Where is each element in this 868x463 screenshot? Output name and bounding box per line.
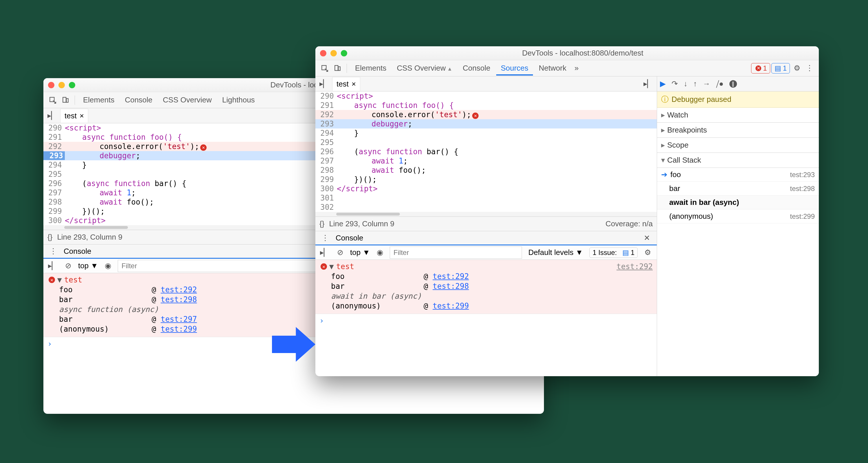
tab-console[interactable]: Console (458, 61, 495, 75)
step-over-icon[interactable]: ↷ (672, 79, 678, 88)
console-error-head[interactable]: ✕ ▼ test test:292 (315, 261, 657, 272)
callstack-frame[interactable]: (anonymous)test:299 (657, 210, 819, 223)
close-icon[interactable] (320, 50, 327, 56)
code-editor[interactable]: 290<script> 291async function foo() { 29… (315, 91, 657, 216)
stack-frame[interactable]: (anonymous)@ test:299 (315, 301, 657, 311)
snippets-icon[interactable]: ▸▏ (642, 78, 654, 90)
clear-icon[interactable]: ⊘ (335, 247, 346, 258)
tab-sources[interactable]: Sources (496, 61, 533, 75)
resume-icon[interactable]: ▶ (660, 79, 666, 88)
stack-frame[interactable]: foo@ test:292 (315, 272, 657, 281)
source-link[interactable]: test:299 (790, 212, 815, 220)
source-link[interactable]: test:292 (617, 262, 653, 271)
gear-icon[interactable]: ⚙ (791, 62, 803, 74)
context-selector[interactable]: top ▼ (78, 261, 98, 270)
execution-icon[interactable]: ▸▏ (319, 247, 331, 258)
stack-frame[interactable]: bar@ test:298 (315, 281, 657, 291)
error-icon[interactable]: ✕ (472, 113, 478, 119)
format-icon[interactable]: {} (48, 233, 52, 242)
line-number: 298 (315, 166, 337, 175)
tab-elements[interactable]: Elements (79, 93, 119, 107)
close-icon[interactable]: × (80, 112, 84, 120)
gear-icon[interactable]: ⚙ (642, 247, 653, 258)
close-icon[interactable]: × (351, 80, 356, 89)
more-tabs-icon[interactable]: » (572, 64, 581, 73)
file-tab-test[interactable]: test × (60, 109, 88, 123)
watch-section[interactable]: Watch (657, 107, 819, 123)
line-number: 294 (315, 129, 337, 137)
minimize-icon[interactable] (331, 50, 337, 56)
drawer-label[interactable]: Console (336, 234, 363, 243)
line-number: 290 (43, 124, 65, 132)
tab-css-overview[interactable]: CSS Overview (392, 61, 457, 75)
zoom-icon[interactable] (69, 82, 75, 88)
clear-icon[interactable]: ⊘ (62, 260, 74, 272)
error-text: test (336, 262, 354, 271)
source-link[interactable]: test:298 (790, 185, 815, 193)
minimize-icon[interactable] (58, 82, 65, 88)
messages-badge[interactable]: ▤1 (771, 63, 790, 73)
source-link[interactable]: test:297 (161, 315, 197, 323)
console-prompt[interactable]: › (315, 314, 657, 327)
levels-selector[interactable]: Default levels ▼ (526, 248, 585, 257)
close-icon[interactable]: ✕ (641, 232, 653, 244)
execution-icon[interactable]: ▸▏ (47, 260, 58, 272)
kebab-icon[interactable]: ⋮ (804, 62, 815, 74)
error-text: test (64, 276, 83, 284)
code-text: foo(); (122, 198, 154, 206)
svg-rect-4 (335, 65, 338, 70)
file-tab-test[interactable]: test × (332, 77, 360, 91)
context-selector[interactable]: top ▼ (350, 248, 370, 257)
eye-icon[interactable]: ◉ (374, 247, 386, 258)
deactivate-breakpoints-icon[interactable]: ⧸● (716, 79, 724, 88)
format-icon[interactable]: {} (319, 219, 324, 228)
horizontal-scrollbar[interactable] (315, 212, 657, 216)
close-icon[interactable] (48, 82, 54, 88)
error-icon[interactable]: ✕ (200, 145, 207, 151)
issues-badge[interactable]: 1 Issue: ▤1 (589, 247, 638, 258)
source-link[interactable]: test:298 (161, 295, 197, 304)
navigator-icon[interactable]: ▸▏ (318, 78, 330, 90)
line-number: 300 (315, 184, 337, 193)
svg-rect-5 (338, 67, 340, 70)
kebab-icon[interactable]: ⋮ (48, 245, 59, 257)
step-into-icon[interactable]: ↓ (684, 79, 687, 88)
inspect-icon[interactable] (319, 62, 331, 74)
source-link[interactable]: test:292 (433, 272, 469, 281)
tab-elements[interactable]: Elements (350, 61, 391, 75)
eye-icon[interactable]: ◉ (102, 260, 114, 272)
device-icon[interactable] (332, 62, 343, 74)
step-icon[interactable]: → (703, 79, 710, 88)
source-link[interactable]: test:299 (433, 302, 469, 310)
tab-console[interactable]: Console (120, 93, 157, 107)
source-link[interactable]: test:292 (161, 285, 197, 294)
file-tab-label: test (337, 80, 349, 89)
pause-exceptions-icon[interactable]: ‖ (730, 80, 737, 88)
scope-section[interactable]: Scope (657, 138, 819, 153)
tab-network[interactable]: Network (534, 61, 571, 75)
step-out-icon[interactable]: ↑ (693, 79, 697, 88)
callstack-frame[interactable]: bartest:298 (657, 182, 819, 196)
code-text: ); (190, 142, 199, 151)
device-icon[interactable] (60, 94, 71, 106)
zoom-icon[interactable] (341, 50, 347, 56)
source-link[interactable]: test:299 (161, 325, 197, 333)
source-link[interactable]: test:298 (433, 282, 469, 290)
callstack-section[interactable]: Call Stack (657, 153, 819, 168)
kebab-icon[interactable]: ⋮ (319, 232, 331, 244)
file-tabs: ▸▏ test × ▸▏ (315, 76, 657, 91)
inspect-icon[interactable] (47, 94, 58, 106)
line-number: 296 (43, 179, 65, 188)
filter-input[interactable] (390, 247, 522, 259)
code-text: 1 (127, 188, 131, 197)
callstack-frame[interactable]: ➔footest:293 (657, 168, 819, 182)
code-text: })(); (337, 175, 377, 184)
drawer-label[interactable]: Console (64, 247, 91, 256)
tab-css-overview[interactable]: CSS Overview (158, 93, 216, 107)
tab-lighthouse[interactable]: Lighthous (218, 93, 259, 107)
breakpoints-section[interactable]: Breakpoints (657, 123, 819, 138)
error-badge[interactable]: ✕1 (751, 63, 770, 73)
navigator-icon[interactable]: ▸▏ (46, 110, 58, 122)
console-toolbar: ▸▏ ⊘ top ▼ ◉ Default levels ▼ 1 Issue: ▤… (315, 245, 657, 260)
source-link[interactable]: test:293 (790, 171, 815, 179)
